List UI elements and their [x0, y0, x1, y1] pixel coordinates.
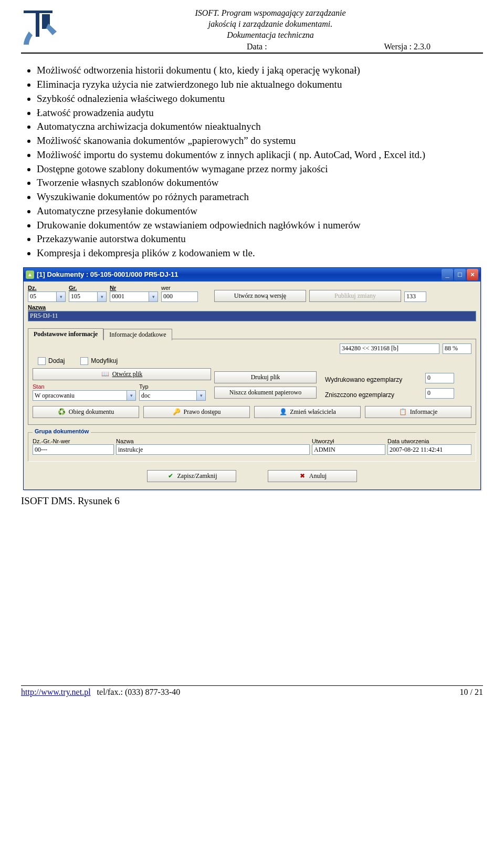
- grp-c2-label: Nazwa: [116, 438, 310, 444]
- figure-caption: ISOFT DMS. Rysunek 6: [21, 495, 483, 507]
- page-number: 10 / 21: [460, 687, 483, 697]
- titlebar: ▲ [1] Dokumenty : 05-105-0001/000 PR5-DJ…: [24, 268, 480, 282]
- list-item: Łatwość prowadzenia audytu: [37, 107, 483, 119]
- destroyed-label: Zniszczono egzemplarzy: [320, 391, 422, 399]
- page-footer: http://www.try.net.pl tel/fax.: (033) 87…: [21, 685, 483, 697]
- window-title: [1] Dokumenty : 05-105-0001/000 PR5-DJ-1…: [37, 270, 178, 278]
- print-file-button[interactable]: Drukuj plik: [214, 371, 317, 383]
- footer-tel: tel/fax.: (033) 877-33-40: [97, 687, 181, 696]
- grp-c4-label: Data utworzenia: [387, 438, 471, 444]
- change-owner-button[interactable]: 👤Zmień właściciela: [254, 406, 361, 418]
- check-icon: ✔: [166, 472, 175, 481]
- grp-c3-value: [312, 444, 385, 455]
- size-field: [340, 343, 439, 354]
- header-divider: [21, 53, 483, 54]
- wer-label: wer: [161, 285, 198, 291]
- cancel-button[interactable]: ✖Anuluj: [268, 470, 357, 482]
- dz-dropdown-icon[interactable]: [57, 291, 66, 302]
- counter-field: [404, 291, 426, 302]
- publish-button[interactable]: Publikuj zmiany: [309, 290, 401, 302]
- list-item: Kompresja i dekompresja plików z kodowan…: [37, 247, 483, 259]
- wer-input[interactable]: [161, 291, 198, 302]
- gr-input[interactable]: [69, 291, 98, 302]
- access-rights-button[interactable]: 🔑Prawo dostępu: [143, 406, 250, 418]
- stan-input[interactable]: [33, 390, 127, 401]
- grp-c3-label: Utworzył: [312, 438, 385, 444]
- list-item: Przekazywanie autorstwa dokumentu: [37, 233, 483, 245]
- app-icon: ▲: [26, 270, 34, 279]
- list-item: Drukowanie dokumentów ze wstawianiem odp…: [37, 219, 483, 232]
- cancel-icon: ✖: [298, 472, 307, 481]
- printed-value: [425, 373, 454, 383]
- save-close-button[interactable]: ✔Zapisz/Zamknij: [147, 470, 236, 482]
- document-group-box: Grupa dokumentów Dz.-Gr.-Nr-wer Nazwa Ut…: [28, 432, 476, 462]
- dz-label: Dz.: [28, 285, 66, 291]
- list-item: Możliwość odtworzenia historii dokumentu…: [37, 64, 483, 77]
- grp-c1-label: Dz.-Gr.-Nr-wer: [33, 438, 114, 444]
- header-text: ISOFT. Program wspomagający zarządzanie …: [58, 8, 483, 40]
- header-version: Wersja : 2.3.0: [384, 42, 430, 51]
- grp-c4-value: [387, 444, 471, 455]
- typ-input[interactable]: [139, 390, 197, 401]
- dodaj-checkbox[interactable]: Dodaj: [38, 357, 65, 365]
- grp-c2-value[interactable]: [116, 444, 310, 455]
- destroy-paper-button[interactable]: Niszcz dokument papierowo: [214, 387, 317, 399]
- close-button[interactable]: ×: [467, 269, 478, 280]
- nr-dropdown-icon[interactable]: [149, 291, 158, 302]
- destroyed-value: [425, 388, 454, 399]
- feature-list: Możliwość odtworzenia historii dokumentu…: [37, 64, 483, 259]
- gr-dropdown-icon[interactable]: [98, 291, 107, 302]
- header-date-label: Data :: [247, 42, 267, 51]
- logo-image: [21, 8, 58, 47]
- document-dialog: ▲ [1] Dokumenty : 05-105-0001/000 PR5-DJ…: [23, 267, 481, 490]
- list-item: Szybkość odnalezienia właściwego dokumen…: [37, 92, 483, 105]
- modyfikuj-checkbox[interactable]: Modyfikuj: [80, 357, 118, 365]
- nazwa-label: Nazwa: [28, 304, 476, 310]
- list-item: Możliwość skanowania dokumentów „papiero…: [37, 134, 483, 147]
- tab-basic-info[interactable]: Podstawowe informacje: [28, 328, 103, 340]
- nr-input[interactable]: [110, 291, 149, 302]
- grp-c1-value[interactable]: [33, 444, 114, 455]
- footer-url[interactable]: http://www.try.net.pl: [21, 687, 91, 696]
- tab-extra-info[interactable]: Informacje dodatkowe: [103, 329, 172, 340]
- typ-dropdown-icon[interactable]: [197, 390, 206, 401]
- key-icon: 🔑: [173, 408, 181, 416]
- nr-label: Nr: [110, 285, 158, 291]
- info-button[interactable]: 📋Informacje: [365, 406, 471, 418]
- info-icon: 📋: [399, 408, 407, 416]
- list-item: Eliminacja ryzyka użycia nie zatwierdzon…: [37, 78, 483, 91]
- stan-label: Stan: [33, 383, 136, 390]
- list-item: Wyszukiwanie dokumentów po różnych param…: [37, 191, 483, 203]
- percent-field: [443, 343, 471, 354]
- list-item: Automatyczne przesyłanie dokumentów: [37, 205, 483, 217]
- open-file-button[interactable]: 📖Otwórz plik: [33, 368, 211, 380]
- list-item: Tworzenie własnych szablonów dokumentów: [37, 176, 483, 189]
- minimize-button[interactable]: _: [442, 269, 453, 280]
- gr-label: Gr.: [69, 285, 107, 291]
- dz-input[interactable]: [28, 291, 57, 302]
- list-item: Automatyczna archiwizacja dokumentów nie…: [37, 120, 483, 133]
- person-icon: 👤: [279, 408, 287, 416]
- book-icon: 📖: [101, 370, 110, 379]
- nazwa-input[interactable]: [28, 311, 476, 321]
- list-item: Dostępne gotowe szablony dokumentów wyma…: [37, 163, 483, 175]
- new-version-button[interactable]: Utwórz nową wersję: [214, 290, 306, 302]
- group-title: Grupa dokumentów: [33, 428, 91, 434]
- workflow-button[interactable]: ♻️Obieg dokumentu: [33, 406, 139, 418]
- recycle-icon: ♻️: [58, 408, 66, 416]
- stan-dropdown-icon[interactable]: [127, 390, 136, 401]
- typ-label: Typ: [139, 383, 206, 390]
- list-item: Możliwość importu do systemu dokumentów …: [37, 149, 483, 161]
- printed-label: Wydrukowano egzemplarzy: [320, 376, 422, 383]
- maximize-button[interactable]: □: [454, 269, 466, 280]
